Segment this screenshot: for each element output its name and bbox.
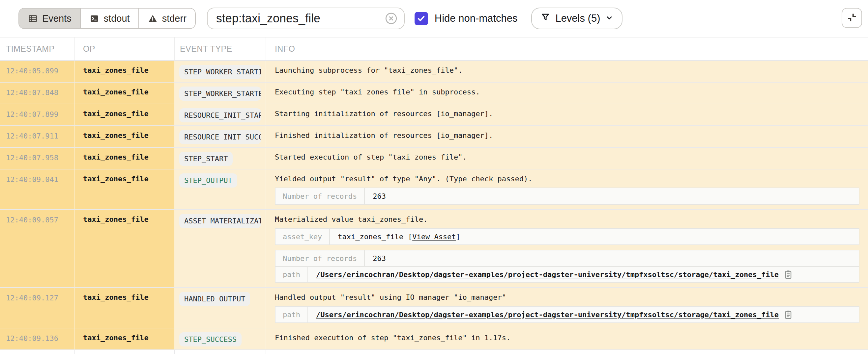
- metadata-row: path/Users/erincochran/Desktop/dagster-e…: [276, 266, 859, 282]
- levels-filter-button[interactable]: Levels (5): [531, 7, 622, 29]
- table-row[interactable]: 12:40:09.057taxi_zones_fileASSET_MATERIA…: [0, 210, 868, 288]
- row-event-type-cell: STEP_START: [175, 148, 266, 169]
- table-row[interactable]: 12:40:05.099taxi_zones_fileSTEP_WORKER_S…: [0, 61, 868, 82]
- metadata-value-text: 263: [373, 254, 386, 262]
- row-event-type-cell: HANDLED_OUTPUT: [175, 288, 266, 328]
- metadata-row: Number of records263: [276, 250, 859, 266]
- path-link[interactable]: /Users/erincochran/Desktop/dagster-examp…: [316, 271, 779, 279]
- row-info-cell: Started execution of step "taxi_zones_fi…: [266, 148, 868, 169]
- table-row[interactable]: 12:40:07.848taxi_zones_fileSTEP_WORKER_S…: [0, 82, 868, 104]
- table-row[interactable]: 12:40:07.911taxi_zones_fileRESOURCE_INIT…: [0, 126, 868, 148]
- row-op-name: taxi_zones_file: [75, 210, 175, 287]
- table-row[interactable]: 12:40:09.041taxi_zones_fileSTEP_OUTPUTYi…: [0, 170, 868, 210]
- log-filter-searchbox: [207, 7, 405, 29]
- row-info-cell: Finished execution of step "taxi_zones_f…: [266, 328, 868, 349]
- row-event-type-cell: ASSET_MATERIALIZAT…: [175, 210, 266, 287]
- table-row[interactable]: 12:40:09.127taxi_zones_fileHANDLED_OUTPU…: [0, 288, 868, 328]
- row-op-name: taxi_zones_file: [75, 82, 175, 104]
- row-op-name: taxi_zones_file: [75, 328, 175, 349]
- tab-stdout-label: stdout: [104, 13, 130, 24]
- row-info-text: Finished initialization of resources [io…: [275, 131, 860, 140]
- row-info-cell: Handled output "result" using IO manager…: [266, 288, 868, 328]
- row-timestamp: 12:40:07.958: [0, 148, 75, 169]
- path-link[interactable]: /Users/erincochran/Desktop/dagster-examp…: [316, 311, 779, 319]
- terminal-icon: [89, 13, 99, 24]
- row-event-type-cell: STEP_SUCCESS: [175, 328, 266, 349]
- log-filter-input[interactable]: [216, 11, 384, 25]
- row-op-name: taxi_zones_file: [75, 148, 175, 169]
- log-rows: 12:40:05.099taxi_zones_fileSTEP_WORKER_S…: [0, 61, 868, 350]
- event-type-badge: STEP_WORKER_STARTI…: [179, 65, 261, 79]
- tab-stderr[interactable]: stderr: [138, 8, 195, 28]
- copy-path-icon[interactable]: [783, 310, 793, 319]
- event-type-badge: HANDLED_OUTPUT: [179, 292, 250, 306]
- tab-events[interactable]: Events: [19, 8, 80, 28]
- levels-filter-label: Levels (5): [555, 12, 600, 24]
- column-header-event-type[interactable]: EVENT TYPE: [175, 37, 266, 60]
- warning-icon: [148, 13, 158, 24]
- metadata-table: asset_keytaxi_zones_file[View Asset]: [275, 228, 860, 245]
- metadata-value: 263: [365, 250, 859, 266]
- event-type-badge: RESOURCE_INIT_SUCC…: [179, 130, 261, 144]
- row-info-text: Yielded output "result" of type "Any". (…: [275, 175, 860, 183]
- row-timestamp: 12:40:05.099: [0, 61, 75, 82]
- metadata-label: asset_key: [276, 229, 330, 245]
- collapse-icon: [846, 11, 858, 25]
- metadata-label: Number of records: [276, 250, 365, 266]
- copy-path-icon[interactable]: [783, 270, 793, 279]
- metadata-value: /Users/erincochran/Desktop/dagster-examp…: [308, 267, 859, 282]
- view-asset-link[interactable]: View Asset: [412, 233, 456, 241]
- metadata-value-text: 263: [373, 192, 386, 200]
- row-info-cell: Executing step "taxi_zones_file" in subp…: [266, 82, 868, 104]
- column-header-info[interactable]: INFO: [266, 37, 868, 60]
- metadata-value: 263: [365, 188, 859, 204]
- partial-next-row: [0, 350, 868, 354]
- event-type-badge: STEP_OUTPUT: [179, 173, 237, 187]
- table-row[interactable]: 12:40:09.136taxi_zones_fileSTEP_SUCCESSF…: [0, 328, 868, 350]
- metadata-row: path/Users/erincochran/Desktop/dagster-e…: [276, 307, 859, 322]
- collapse-panel-button[interactable]: [842, 8, 862, 28]
- row-op-name: taxi_zones_file: [75, 288, 175, 328]
- hide-non-matches-checkbox[interactable]: [414, 12, 428, 25]
- log-table-header: TIMESTAMP OP EVENT TYPE INFO: [0, 37, 868, 61]
- hide-non-matches-toggle[interactable]: Hide non-matches: [414, 12, 518, 25]
- table-row[interactable]: 12:40:07.958taxi_zones_fileSTEP_STARTSta…: [0, 148, 868, 170]
- view-asset-wrap: [View Asset]: [408, 233, 460, 241]
- tab-stdout[interactable]: stdout: [80, 8, 138, 28]
- column-header-op[interactable]: OP: [75, 37, 175, 60]
- metadata-label: Number of records: [276, 188, 365, 204]
- row-info-text: Launching subprocess for "taxi_zones_fil…: [275, 66, 860, 74]
- row-timestamp: 12:40:09.041: [0, 170, 75, 209]
- column-header-timestamp[interactable]: TIMESTAMP: [0, 37, 75, 60]
- metadata-table: Number of records263path/Users/erincochr…: [275, 250, 860, 283]
- row-info-cell: Finished initialization of resources [io…: [266, 126, 868, 147]
- metadata-row: Number of records263: [276, 188, 859, 204]
- log-view-tabs: Events stdout stderr: [19, 8, 196, 29]
- clear-filter-icon[interactable]: [384, 11, 398, 25]
- row-timestamp: 12:40:09.136: [0, 328, 75, 349]
- event-type-badge: STEP_SUCCESS: [179, 332, 242, 347]
- tab-events-label: Events: [42, 13, 71, 24]
- table-row[interactable]: 12:40:07.899taxi_zones_fileRESOURCE_INIT…: [0, 104, 868, 126]
- metadata-label: path: [276, 267, 308, 282]
- row-event-type-cell: RESOURCE_INIT_STAR…: [175, 104, 266, 126]
- row-op-name: taxi_zones_file: [75, 104, 175, 126]
- metadata-table: path/Users/erincochran/Desktop/dagster-e…: [275, 306, 860, 323]
- metadata-row: asset_keytaxi_zones_file[View Asset]: [276, 229, 859, 245]
- row-event-type-cell: STEP_WORKER_STARTI…: [175, 61, 266, 82]
- row-info-text: Starting initialization of resources [io…: [275, 110, 860, 118]
- row-timestamp: 12:40:07.899: [0, 104, 75, 126]
- row-info-cell: Yielded output "result" of type "Any". (…: [266, 170, 868, 209]
- metadata-value: taxi_zones_file[View Asset]: [330, 229, 859, 245]
- row-info-cell: Starting initialization of resources [io…: [266, 104, 868, 126]
- row-info-text: Materialized value taxi_zones_file.: [275, 215, 860, 223]
- metadata-table: Number of records263: [275, 187, 860, 205]
- row-op-name: taxi_zones_file: [75, 170, 175, 209]
- event-type-badge: STEP_START: [179, 152, 232, 166]
- row-timestamp: 12:40:09.057: [0, 210, 75, 287]
- hide-non-matches-label: Hide non-matches: [435, 12, 518, 24]
- filter-funnel-icon: [540, 12, 550, 25]
- row-info-text: Started execution of step "taxi_zones_fi…: [275, 153, 860, 161]
- row-info-cell: Launching subprocess for "taxi_zones_fil…: [266, 61, 868, 82]
- tab-stderr-label: stderr: [162, 13, 187, 24]
